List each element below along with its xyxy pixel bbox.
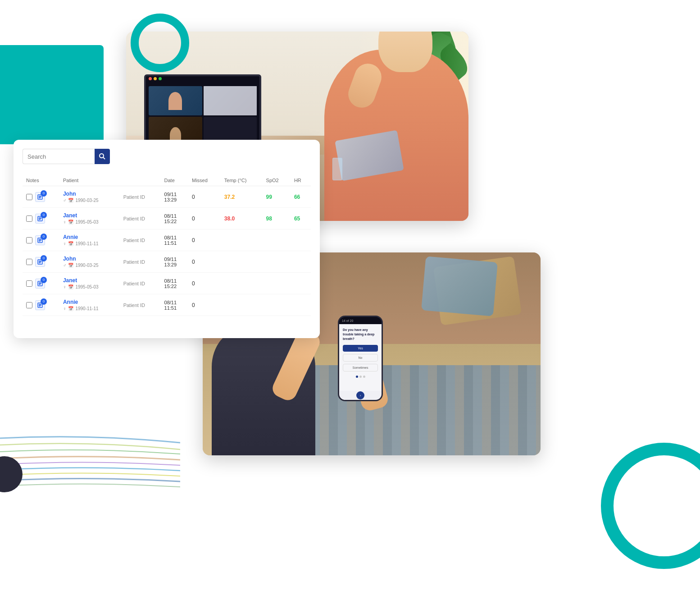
- svg-point-0: [100, 154, 104, 158]
- svg-line-1: [103, 157, 105, 159]
- col-temp: Temp (°C): [221, 175, 263, 186]
- col-spo2: SpO2: [263, 175, 291, 186]
- patient-name[interactable]: Annie: [63, 234, 116, 240]
- cell-patient: Annie ♀ 📅 1990-11-11: [59, 229, 120, 251]
- cell-checkbox: 0: [23, 208, 59, 229]
- gender-icon: ♀: [63, 241, 67, 246]
- cell-patient: John ♂ 📅 1990-03-25: [59, 251, 120, 273]
- patient-name[interactable]: John: [63, 191, 116, 197]
- teal-circle-top-decoration: [131, 14, 189, 72]
- search-icon: [99, 153, 106, 160]
- cell-date: 09/1113:29: [161, 186, 189, 208]
- cell-missed: 0: [188, 273, 221, 294]
- cell-missed: 0: [188, 208, 221, 229]
- cell-temp: [221, 294, 263, 316]
- cell-patient-id: Patient ID: [120, 208, 161, 229]
- cell-hr: [291, 229, 311, 251]
- patient-dob: 1990-03-25: [75, 263, 98, 268]
- row-checkbox[interactable]: [26, 194, 32, 200]
- calendar-icon: 📅: [68, 306, 73, 311]
- note-count: 0: [41, 255, 47, 261]
- cell-temp: [221, 229, 263, 251]
- cell-hr: 66: [291, 186, 311, 208]
- cell-temp: [221, 273, 263, 294]
- cell-patient: Janet ♀ 📅 1995-05-03: [59, 273, 120, 294]
- patient-name[interactable]: Janet: [63, 277, 116, 284]
- patient-dob: 1995-05-03: [75, 220, 98, 225]
- patient-meta: ♂ 📅 1990-03-25: [63, 263, 116, 268]
- cell-spo2: [263, 251, 291, 273]
- cell-hr: [291, 273, 311, 294]
- col-notes: Notes: [23, 175, 59, 186]
- cell-patient: Janet ♀ 📅 1995-05-03: [59, 208, 120, 229]
- cell-date: 08/1115:22: [161, 208, 189, 229]
- cell-missed: 0: [188, 186, 221, 208]
- note-count: 0: [41, 190, 47, 197]
- cell-patient-id: Patient ID: [120, 251, 161, 273]
- search-button[interactable]: [95, 149, 110, 164]
- cell-temp: [221, 251, 263, 273]
- cell-date: 08/1111:51: [161, 294, 189, 316]
- note-badge: 0: [35, 235, 45, 245]
- patient-dob: 1990-11-11: [75, 241, 98, 246]
- col-patient: Patient: [59, 175, 120, 186]
- calendar-icon: 📅: [68, 198, 73, 203]
- calendar-icon: 📅: [68, 284, 73, 289]
- cell-checkbox: 0: [23, 294, 59, 316]
- table-row: 0 Janet ♀ 📅 1995-05-03 Patient ID 08/111…: [23, 208, 311, 229]
- note-count: 0: [41, 212, 47, 218]
- cell-patient-id: Patient ID: [120, 229, 161, 251]
- cell-checkbox: 0: [23, 273, 59, 294]
- cell-checkbox: 0: [23, 229, 59, 251]
- patient-table: Notes Patient Date Missed Temp (°C) SpO2…: [23, 175, 311, 316]
- cell-hr: 65: [291, 208, 311, 229]
- note-count: 0: [41, 277, 47, 283]
- col-patient-id: [120, 175, 161, 186]
- table-row: 0 Janet ♀ 📅 1995-05-03 Patient ID 08/111…: [23, 273, 311, 294]
- note-badge: 0: [35, 192, 45, 202]
- patient-meta: ♀ 📅 1990-11-11: [63, 306, 116, 311]
- note-badge: 0: [35, 300, 45, 310]
- row-checkbox[interactable]: [26, 259, 32, 265]
- col-missed: Missed: [188, 175, 221, 186]
- calendar-icon: 📅: [68, 220, 73, 225]
- table-row: 0 John ♂ 📅 1990-03-25 Patient ID 09/1113…: [23, 186, 311, 208]
- row-checkbox[interactable]: [26, 215, 32, 222]
- cables-decoration: [0, 429, 180, 492]
- patient-name[interactable]: Janet: [63, 212, 116, 219]
- note-badge: 0: [35, 279, 45, 289]
- gender-icon: ♂: [63, 263, 67, 268]
- patient-meta: ♀ 📅 1995-05-03: [63, 220, 116, 225]
- search-row: [23, 149, 311, 164]
- cell-missed: 0: [188, 294, 221, 316]
- note-count: 0: [41, 298, 47, 305]
- patient-name[interactable]: John: [63, 256, 116, 262]
- cell-spo2: 99: [263, 186, 291, 208]
- cell-hr: [291, 294, 311, 316]
- patient-dob: 1995-05-03: [75, 284, 98, 289]
- cell-date: 08/1115:22: [161, 273, 189, 294]
- teal-accent-rect: [0, 45, 104, 144]
- patient-name[interactable]: Annie: [63, 299, 116, 305]
- teal-circle-bottom-decoration: [601, 443, 700, 569]
- calendar-icon: 📅: [68, 263, 73, 268]
- cell-date: 09/1113:29: [161, 251, 189, 273]
- row-checkbox[interactable]: [26, 280, 32, 287]
- cell-patient-id: Patient ID: [120, 294, 161, 316]
- patient-meta: ♂ 📅 1990-03-25: [63, 198, 116, 203]
- col-hr: HR: [291, 175, 311, 186]
- table-row: 0 Annie ♀ 📅 1990-11-11 Patient ID 08/111…: [23, 294, 311, 316]
- calendar-icon: 📅: [68, 241, 73, 246]
- cell-spo2: 98: [263, 208, 291, 229]
- row-checkbox[interactable]: [26, 237, 32, 243]
- cell-spo2: [263, 229, 291, 251]
- row-checkbox[interactable]: [26, 302, 32, 308]
- table-row: 0 John ♂ 📅 1990-03-25 Patient ID 09/1113…: [23, 251, 311, 273]
- cell-spo2: [263, 273, 291, 294]
- cell-patient-id: Patient ID: [120, 186, 161, 208]
- table-header-row: Notes Patient Date Missed Temp (°C) SpO2…: [23, 175, 311, 186]
- note-badge: 0: [35, 257, 45, 267]
- patient-list-panel: Notes Patient Date Missed Temp (°C) SpO2…: [14, 140, 320, 338]
- gender-icon: ♂: [63, 198, 67, 203]
- search-input[interactable]: [23, 149, 95, 164]
